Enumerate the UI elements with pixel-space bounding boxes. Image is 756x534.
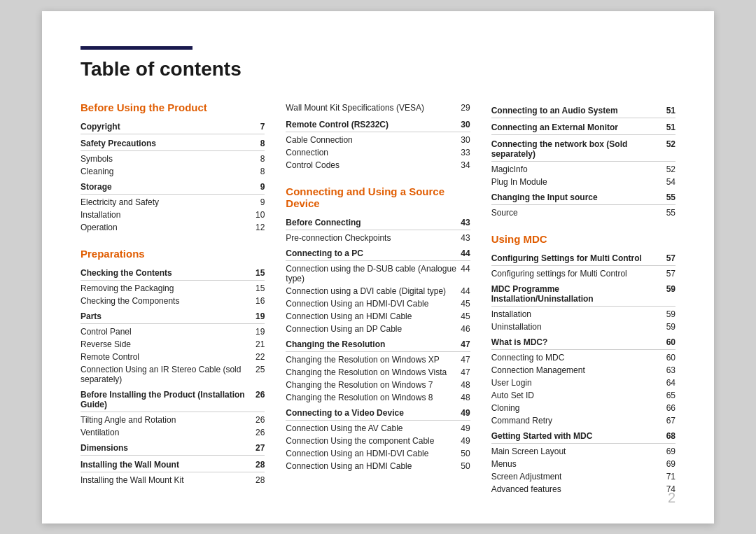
entry-text: Tilting Angle and Rotation [80,415,255,425]
toc-entry: Control Codes34 [286,159,470,171]
toc-entry: Configuring settings for Multi Control57 [491,267,676,280]
entry-text: Remote Control (RS232C) [286,120,461,129]
entry-num: 68 [666,431,676,441]
entry-num: 34 [461,160,470,170]
entry-num: 51 [666,122,676,132]
toc-entry: Changing the Input source55 [491,191,676,205]
entry-num: 16 [255,296,265,306]
entry-text: Electricity and Safety [80,197,260,207]
toc-entry: Connection Using an DP Cable46 [286,323,470,335]
entry-text: Parts [80,311,255,321]
entry-text: Dimensions [80,443,255,453]
entry-num: 48 [461,393,470,402]
toc-entry: Source55 [491,206,676,219]
toc-columns: Before Using the Product Copyright7Safet… [80,101,676,496]
entry-num: 69 [666,447,676,456]
entry-text: Storage [80,182,260,192]
toc-entry: Connecting to a Video Device49 [286,407,470,421]
toc-entry: Changing the Resolution on Windows 848 [286,391,470,404]
entry-text: Screen Adjustment [491,472,666,482]
using-mdc-entries: Configuring Settings for Multi Control57… [491,252,676,496]
entry-num: 9 [260,197,265,207]
entry-num: 25 [255,365,265,374]
entry-num: 12 [255,223,265,232]
entry-text: Menus [491,459,666,469]
entry-num: 44 [461,286,470,296]
entry-num: 47 [461,339,470,349]
entry-text: Changing the Resolution [286,339,461,349]
entry-num: 44 [461,248,470,258]
toc-entry: Changing the Resolution47 [286,338,470,352]
entry-text: Control Panel [80,327,255,337]
column-2: Wall Mount Kit Specifications (VESA)29 R… [286,101,491,496]
entry-num: 47 [461,355,470,365]
toc-entry: Cleaning8 [80,165,265,178]
entry-num: 57 [666,269,676,279]
entry-num: 49 [461,423,470,433]
toc-entry: Remote Control22 [80,351,265,363]
entry-num: 65 [666,391,676,400]
toc-entry: Connection using the D-SUB cable (Analog… [286,262,470,285]
toc-entry: Cable Connection30 [286,134,470,146]
entry-text: Before Installing the Product (Installat… [80,390,255,409]
entry-text: Ventilation [80,428,255,437]
entry-text: Connection Using an HDMI-DVI Cable [286,449,461,458]
entry-text: Remote Control [80,352,255,362]
entry-text: Installing the Wall Mount Kit [80,475,255,485]
entry-text: Main Screen Layout [491,447,666,456]
toc-entry: Ventilation26 [80,426,265,439]
entry-text: Connection using the D-SUB cable (Analog… [286,264,461,283]
entry-num: 29 [461,103,470,113]
toc-entry: Auto Set ID65 [491,389,676,402]
entry-text: Installation [491,309,666,319]
entry-text: Connection Using an HDMI-DVI Cable [286,299,461,309]
toc-entry: Connecting to MDC60 [491,351,676,364]
entry-text: What is MDC? [491,337,666,347]
entry-num: 45 [461,299,470,309]
toc-entry: Command Retry67 [491,414,676,427]
entry-text: Safety Precautions [80,139,260,148]
entry-text: Changing the Resolution on Windows Vista [286,367,461,377]
toc-entry: Pre-connection Checkpoints43 [286,232,470,244]
entry-num: 43 [461,218,470,227]
entry-text: Plug In Module [491,177,666,187]
toc-entry: Changing the Resolution on Windows 748 [286,379,470,391]
entry-num: 59 [666,322,676,332]
toc-entry: Checking the Components16 [80,295,265,307]
top-entries-col3: Connecting to an Audio System51Connectin… [491,104,676,219]
entry-text: Reverse Side [80,339,255,349]
entry-text: Connection Management [491,365,666,375]
entry-text: Configuring settings for Multi Control [491,269,666,279]
entry-text: MDC Programme Installation/Uninstallatio… [491,284,666,304]
entry-num: 55 [666,208,676,218]
toc-entry: Installing the Wall Mount Kit28 [80,474,265,486]
toc-entry: Connection using a DVI cable (Digital ty… [286,285,470,297]
entry-text: Configuring Settings for Multi Control [491,253,666,263]
entry-num: 21 [255,339,265,349]
entry-text: Command Retry [491,416,666,426]
entry-num: 64 [666,378,676,388]
entry-text: Cloning [491,403,666,413]
entry-num: 52 [666,164,676,174]
section-title-before-using: Before Using the Product [80,101,265,113]
toc-entry: Connection Management63 [491,364,676,377]
entry-num: 28 [255,460,265,470]
toc-entry: Removing the Packaging15 [80,282,265,295]
entry-num: 19 [255,327,265,337]
entry-num: 22 [255,352,265,362]
entry-num: 49 [461,408,470,418]
toc-entry: Connection Using an HDMI Cable45 [286,310,470,323]
toc-entry: Plug In Module54 [491,176,676,188]
entry-num: 8 [260,139,265,148]
entry-num: 30 [461,120,470,129]
connecting-source-entries: Before Connecting43Pre-connection Checkp… [286,216,470,472]
toc-entry: Remote Control (RS232C)30 [286,118,470,132]
toc-entry: Connection Using an IR Stereo Cable (sol… [80,363,265,386]
entry-text: Connection Using the AV Cable [286,423,461,433]
toc-entry: Operation12 [80,221,265,234]
entry-num: 50 [461,461,470,471]
toc-entry: Copyright7 [80,120,265,134]
toc-entry: Before Connecting43 [286,216,470,230]
entry-text: Advanced features [491,484,666,494]
toc-entry: Control Panel19 [80,325,265,338]
